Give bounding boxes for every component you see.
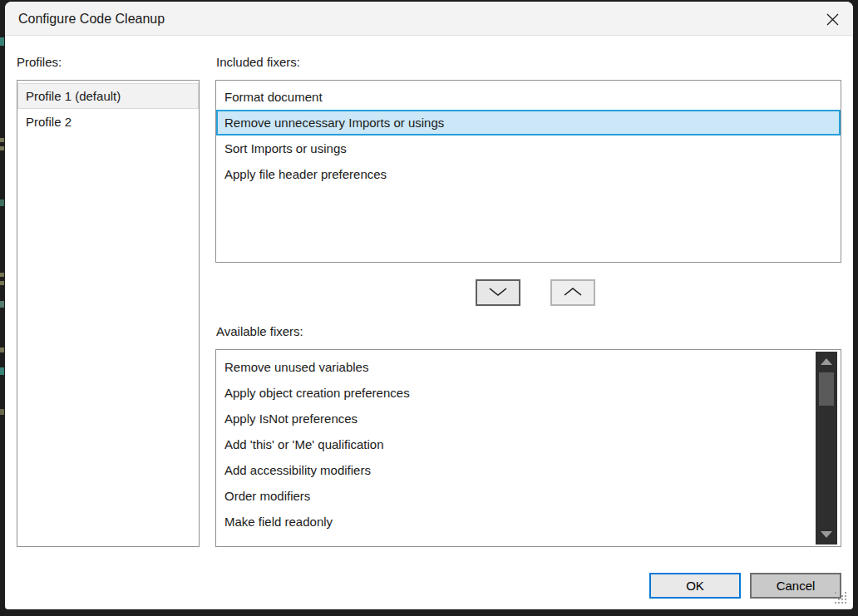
ok-button[interactable]: OK	[649, 573, 741, 599]
included-fixer-item[interactable]: Sort Imports or usings	[216, 136, 841, 161]
profile-item[interactable]: Profile 2	[17, 109, 199, 135]
background-bleed	[0, 37, 4, 46]
chevron-down-icon	[487, 285, 509, 300]
background-bleed	[0, 146, 4, 150]
background-bleed	[0, 200, 4, 206]
close-icon	[826, 13, 839, 26]
move-up-button[interactable]	[550, 279, 595, 306]
included-fixer-item-selected[interactable]: Remove unnecessary Imports or usings	[216, 110, 841, 136]
title-bar: Configure Code Cleanup	[5, 2, 853, 36]
resize-grip[interactable]	[835, 592, 848, 605]
configure-code-cleanup-dialog: Configure Code Cleanup Profiles: Include…	[5, 2, 853, 609]
available-fixer-item[interactable]: Remove unused variables	[216, 354, 841, 380]
background-bleed	[0, 273, 4, 277]
background-bleed	[0, 301, 4, 308]
available-fixers-label: Available fixers:	[216, 324, 303, 338]
included-fixer-item[interactable]: Format document	[216, 84, 841, 110]
cancel-button[interactable]: Cancel	[750, 573, 841, 599]
available-fixer-item[interactable]: Add 'this' or 'Me' qualification	[216, 431, 841, 457]
resize-grip-dots	[835, 592, 836, 594]
available-fixer-item[interactable]: Apply object creation preferences	[216, 380, 841, 406]
scroll-down-icon[interactable]	[821, 531, 832, 538]
dialog-title: Configure Code Cleanup	[18, 2, 165, 36]
close-button[interactable]	[820, 7, 845, 31]
available-fixer-item[interactable]: Make field readonly	[216, 509, 841, 535]
background-bleed	[0, 367, 4, 375]
move-down-button[interactable]	[476, 279, 520, 306]
available-fixer-item[interactable]: Apply IsNot preferences	[216, 406, 841, 431]
vertical-scrollbar[interactable]	[816, 352, 837, 545]
chevron-up-icon	[562, 285, 584, 300]
background-bleed	[0, 281, 4, 285]
profiles-listbox: Profile 1 (default) Profile 2	[17, 80, 200, 547]
scrollbar-thumb[interactable]	[819, 372, 834, 406]
included-fixers-label: Included fixers:	[216, 55, 300, 69]
available-fixer-item[interactable]: Order modifiers	[216, 483, 841, 509]
profile-item[interactable]: Profile 1 (default)	[17, 83, 199, 109]
background-bleed	[0, 138, 4, 142]
profiles-label: Profiles:	[17, 55, 62, 69]
scroll-up-icon[interactable]	[821, 358, 832, 365]
available-fixers-listbox: Remove unused variables Apply object cre…	[215, 349, 841, 547]
background-bleed	[0, 347, 4, 352]
included-fixers-listbox: Format document Remove unnecessary Impor…	[215, 80, 841, 263]
included-fixer-item[interactable]: Apply file header preferences	[216, 161, 841, 187]
available-fixer-item[interactable]: Add accessibility modifiers	[216, 457, 841, 483]
background-bleed	[0, 409, 4, 415]
